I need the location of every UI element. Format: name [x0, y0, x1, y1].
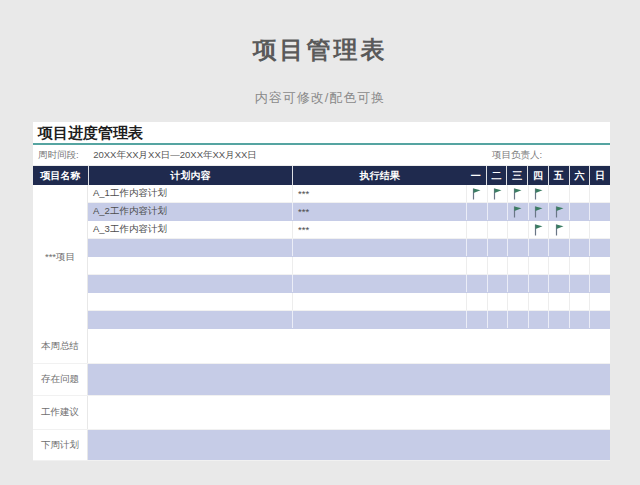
day-cell[interactable]: [487, 239, 508, 256]
day-cell[interactable]: [548, 257, 569, 274]
flag-icon: [555, 224, 564, 236]
day-cell[interactable]: [569, 203, 590, 220]
day-cell[interactable]: [589, 239, 610, 256]
day-cell[interactable]: [548, 185, 569, 202]
day-cell[interactable]: [487, 275, 508, 292]
plan-cell[interactable]: [88, 293, 292, 310]
project-row: [88, 257, 610, 275]
day-cell[interactable]: [528, 293, 549, 310]
result-cell[interactable]: ***: [292, 221, 466, 238]
table-header-row: 项目名称 计划内容 执行结果 一二三四五六日: [33, 166, 610, 185]
day-cell[interactable]: [548, 293, 569, 310]
result-cell[interactable]: [292, 239, 466, 256]
plan-cell[interactable]: A_3工作内容计划: [88, 221, 292, 238]
day-cell[interactable]: [569, 275, 590, 292]
project-row: A_3工作内容计划***: [88, 221, 610, 239]
flag-icon: [493, 188, 502, 200]
plan-cell[interactable]: [88, 275, 292, 292]
project-row: [88, 311, 610, 329]
plan-cell[interactable]: A_1工作内容计划: [88, 185, 292, 202]
day-column-header: 六: [569, 166, 590, 185]
day-cell[interactable]: [548, 275, 569, 292]
day-cell[interactable]: [589, 311, 610, 328]
summary-content-cell[interactable]: [88, 364, 610, 395]
result-cell[interactable]: ***: [292, 203, 466, 220]
day-cell[interactable]: [507, 185, 528, 202]
day-cell[interactable]: [569, 293, 590, 310]
project-rows: A_1工作内容计划***A_2工作内容计划***A_3工作内容计划***: [88, 185, 610, 329]
day-cell[interactable]: [548, 311, 569, 328]
day-cell[interactable]: [589, 203, 610, 220]
flag-icon: [555, 206, 564, 218]
period-value[interactable]: 20XX年XX月XX日—20XX年XX月XX日: [75, 145, 275, 165]
day-cell[interactable]: [589, 221, 610, 238]
day-cell[interactable]: [548, 221, 569, 238]
period-label: 周时间段:: [38, 145, 79, 165]
day-cell[interactable]: [589, 275, 610, 292]
result-cell[interactable]: [292, 275, 466, 292]
manager-label: 项目负责人:: [492, 145, 542, 165]
flag-icon: [534, 206, 543, 218]
day-cell[interactable]: [466, 257, 487, 274]
day-cell[interactable]: [466, 221, 487, 238]
day-cell[interactable]: [548, 239, 569, 256]
day-cell[interactable]: [487, 293, 508, 310]
day-cell[interactable]: [487, 185, 508, 202]
day-cell[interactable]: [507, 203, 528, 220]
day-cell[interactable]: [528, 185, 549, 202]
project-name-cell[interactable]: ***项目: [33, 185, 88, 329]
day-cell[interactable]: [507, 221, 528, 238]
day-cell[interactable]: [487, 257, 508, 274]
day-cell[interactable]: [589, 185, 610, 202]
day-cell[interactable]: [466, 311, 487, 328]
day-cell[interactable]: [569, 221, 590, 238]
day-cell[interactable]: [466, 239, 487, 256]
plan-cell[interactable]: A_2工作内容计划: [88, 203, 292, 220]
day-cell[interactable]: [487, 311, 508, 328]
day-cell[interactable]: [589, 257, 610, 274]
day-cell[interactable]: [528, 311, 549, 328]
day-cell[interactable]: [466, 275, 487, 292]
summary-row: 下周计划: [33, 430, 610, 461]
day-cell[interactable]: [569, 185, 590, 202]
day-cell[interactable]: [528, 239, 549, 256]
info-row: 周时间段: 20XX年XX月XX日—20XX年XX月XX日 项目负责人:: [33, 145, 610, 166]
day-cell[interactable]: [569, 239, 590, 256]
flag-icon: [513, 206, 522, 218]
day-cell[interactable]: [507, 275, 528, 292]
day-cell[interactable]: [507, 239, 528, 256]
plan-cell[interactable]: [88, 239, 292, 256]
day-cell[interactable]: [487, 203, 508, 220]
day-cell[interactable]: [528, 221, 549, 238]
day-cell[interactable]: [507, 311, 528, 328]
day-cell[interactable]: [466, 185, 487, 202]
flag-icon: [534, 188, 543, 200]
day-cell[interactable]: [487, 221, 508, 238]
summary-row: 工作建议: [33, 396, 610, 430]
summary-content-cell[interactable]: [88, 396, 610, 429]
day-cell[interactable]: [569, 311, 590, 328]
project-body: ***项目 A_1工作内容计划***A_2工作内容计划***A_3工作内容计划*…: [33, 185, 610, 329]
day-column-header: 四: [527, 166, 548, 185]
plan-cell[interactable]: [88, 257, 292, 274]
result-cell[interactable]: [292, 293, 466, 310]
summary-content-cell[interactable]: [88, 329, 610, 363]
day-cell[interactable]: [569, 257, 590, 274]
plan-cell[interactable]: [88, 311, 292, 328]
flag-icon: [513, 188, 522, 200]
project-row: A_1工作内容计划***: [88, 185, 610, 203]
day-cell[interactable]: [507, 293, 528, 310]
result-cell[interactable]: [292, 257, 466, 274]
day-cell[interactable]: [466, 203, 487, 220]
day-cell[interactable]: [466, 293, 487, 310]
day-cell[interactable]: [507, 257, 528, 274]
day-cell[interactable]: [589, 293, 610, 310]
summary-content-cell[interactable]: [88, 430, 610, 460]
day-cell[interactable]: [528, 275, 549, 292]
result-cell[interactable]: [292, 311, 466, 328]
day-cell[interactable]: [528, 257, 549, 274]
day-cell[interactable]: [528, 203, 549, 220]
summary-label: 下周计划: [33, 430, 88, 460]
day-cell[interactable]: [548, 203, 569, 220]
result-cell[interactable]: ***: [292, 185, 466, 202]
